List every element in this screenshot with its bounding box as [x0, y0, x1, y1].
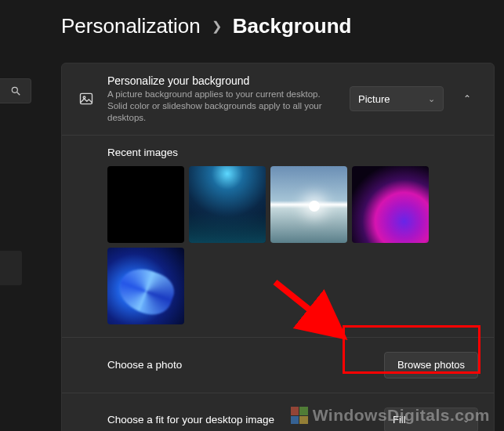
browse-photos-label: Browse photos: [397, 359, 465, 371]
background-panel: Personalize your background A picture ba…: [61, 63, 495, 431]
search-icon: [10, 85, 21, 96]
recent-image-thumb[interactable]: [107, 166, 184, 243]
choose-photo-label: Choose a photo: [107, 359, 384, 371]
choose-photo-section: Choose a photo Browse photos: [62, 338, 494, 393]
chevron-right-icon: ❯: [212, 19, 222, 34]
recent-image-thumb[interactable]: [107, 248, 184, 324]
breadcrumb-parent[interactable]: Personalization: [61, 14, 201, 38]
fit-select[interactable]: Fill ⌄: [384, 407, 478, 431]
browse-photos-button[interactable]: Browse photos: [384, 352, 478, 378]
choose-fit-label: Choose a fit for your desktop image: [107, 414, 384, 426]
choose-fit-section: Choose a fit for your desktop image Fill…: [62, 393, 494, 431]
search-input-stub[interactable]: [0, 78, 31, 103]
recent-images-title: Recent images: [107, 147, 494, 158]
collapse-button[interactable]: ⌃: [456, 88, 478, 110]
recent-image-thumb[interactable]: [352, 166, 429, 243]
sidebar-stub: [0, 251, 22, 285]
recent-images-section: Recent images: [62, 136, 494, 338]
svg-rect-2: [81, 94, 92, 104]
chevron-down-icon: ⌄: [462, 415, 470, 425]
recent-image-thumb[interactable]: [189, 166, 266, 243]
svg-point-0: [12, 87, 17, 92]
personalize-desc: Personalize your background A picture ba…: [107, 74, 337, 124]
background-type-select[interactable]: Picture ⌄: [350, 86, 444, 111]
personalize-subtitle: A picture background applies to your cur…: [107, 89, 337, 124]
chevron-down-icon: ⌄: [428, 94, 435, 104]
picture-icon: [78, 90, 95, 107]
fit-select-value: Fill: [393, 414, 406, 426]
background-type-value: Picture: [358, 93, 390, 105]
svg-line-1: [16, 92, 20, 96]
personalize-title: Personalize your background: [107, 74, 337, 87]
chevron-up-icon: ⌃: [463, 93, 471, 104]
breadcrumb-current: Background: [233, 14, 352, 38]
recent-images-grid: [107, 166, 494, 324]
personalize-section: Personalize your background A picture ba…: [62, 63, 494, 136]
recent-image-thumb[interactable]: [270, 166, 347, 243]
breadcrumb: Personalization ❯ Background: [0, 0, 504, 38]
